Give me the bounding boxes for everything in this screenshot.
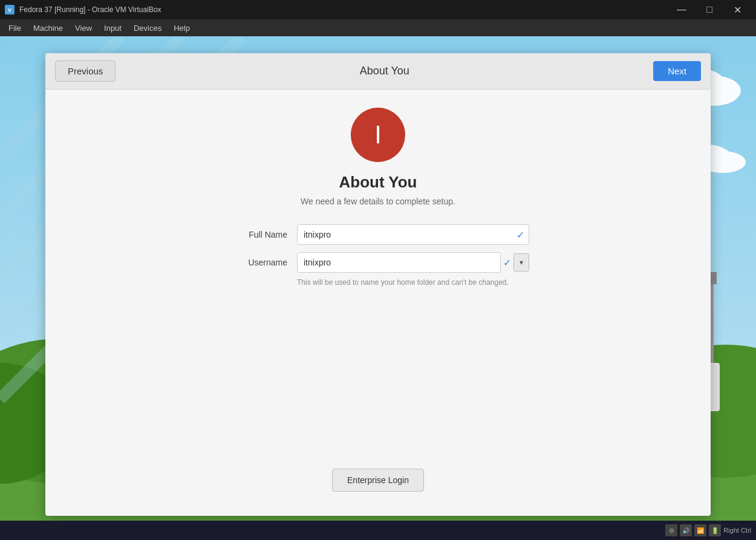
about-subtitle: We need a few details to complete setup. (301, 197, 455, 206)
window-title: Fedora 37 [Running] - Oracle VM VirtualB… (19, 5, 663, 14)
setup-dialog: Previous About You Next I About You We n… (45, 53, 711, 516)
close-button[interactable]: ✕ (723, 0, 751, 19)
full-name-input-wrap: ✓ (297, 224, 529, 245)
full-name-check-icon: ✓ (516, 229, 524, 241)
username-check-icon: ✓ (503, 257, 511, 268)
menu-file[interactable]: File (2, 21, 27, 35)
taskbar-icon-1[interactable]: ⚙ (665, 524, 677, 536)
full-name-label: Full Name (227, 230, 287, 239)
full-name-input[interactable] (297, 224, 529, 245)
enterprise-section: Enterprise Login (332, 469, 424, 504)
minimize-button[interactable]: — (668, 0, 696, 19)
maximize-button[interactable]: □ (696, 0, 723, 19)
dialog-header-title: About You (360, 65, 409, 77)
username-label: Username (227, 258, 287, 267)
avatar: I (351, 108, 405, 162)
username-hint-row: This will be used to name your home fold… (297, 276, 529, 288)
username-input[interactable] (297, 252, 501, 273)
menu-machine[interactable]: Machine (27, 21, 69, 35)
taskbar: ⚙ 🔊 📶 🔋 Right Ctrl (0, 521, 756, 540)
svg-text:V: V (8, 7, 11, 13)
menu-help[interactable]: Help (168, 21, 196, 35)
menu-input[interactable]: Input (98, 21, 128, 35)
full-name-row: Full Name ✓ (227, 224, 529, 245)
menubar: File Machine View Input Devices Help (0, 19, 756, 36)
taskbar-icon-3[interactable]: 📶 (694, 524, 706, 536)
username-input-wrap: ✓ ▾ (297, 252, 529, 273)
menu-view[interactable]: View (69, 21, 98, 35)
username-hint: This will be used to name your home fold… (297, 278, 509, 287)
form-area: Full Name ✓ Username ✓ ▾ This will be us… (227, 224, 529, 295)
next-button[interactable]: Next (653, 61, 701, 81)
app-icon: V (5, 5, 15, 15)
dialog-header: Previous About You Next (45, 53, 711, 89)
titlebar: V Fedora 37 [Running] - Oracle VM Virtua… (0, 0, 756, 19)
window-controls: — □ ✕ (668, 0, 751, 19)
menu-devices[interactable]: Devices (128, 21, 168, 35)
taskbar-icon-2[interactable]: 🔊 (680, 524, 692, 536)
enterprise-login-button[interactable]: Enterprise Login (332, 469, 424, 492)
username-row: Username ✓ ▾ (227, 252, 529, 273)
about-title: About You (339, 173, 417, 192)
taskbar-icon-4[interactable]: 🔋 (709, 524, 721, 536)
username-dropdown-button[interactable]: ▾ (513, 253, 529, 272)
dialog-content: I About You We need a few details to com… (45, 89, 711, 516)
previous-button[interactable]: Previous (55, 60, 116, 82)
right-ctrl-label: Right Ctrl (723, 527, 751, 534)
